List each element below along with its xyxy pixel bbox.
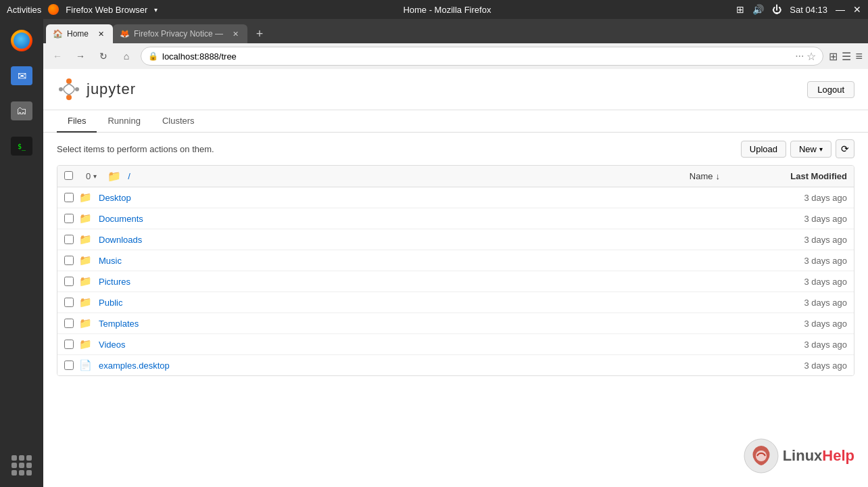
row-checkbox-documents[interactable] [64, 214, 74, 223]
row-checkbox-templates[interactable] [64, 319, 74, 328]
file-name-examples-desktop[interactable]: examples.desktop [99, 361, 733, 371]
svg-point-0 [66, 78, 72, 84]
file-modified-documents: 3 days ago [739, 214, 847, 224]
browser-chrome: 🏠 Home ✕ 🦊 Firefox Privacy Notice — ✕ + … [43, 19, 868, 69]
name-column-header[interactable]: Name ↓ [431, 171, 733, 181]
logout-button[interactable]: Logout [807, 81, 854, 98]
tab-privacy-close[interactable]: ✕ [230, 28, 241, 39]
file-name-documents[interactable]: Documents [99, 214, 733, 224]
minimize-icon[interactable]: — [836, 4, 845, 15]
file-modified-examples-desktop: 3 days ago [739, 361, 847, 371]
volume-icon[interactable]: 🔊 [752, 4, 764, 15]
name-sort-arrow: ↓ [716, 171, 721, 181]
folder-icon-templates: 📁 [79, 317, 92, 329]
file-name-templates[interactable]: Templates [99, 319, 733, 329]
sidebar-view-icon[interactable]: ⊞ [829, 50, 838, 63]
url-input[interactable] [162, 51, 791, 62]
file-count-control: 0 ▾ [86, 171, 97, 181]
row-checkbox-desktop[interactable] [64, 193, 74, 202]
linuxhelp-text: LinuxHelp [783, 447, 854, 465]
row-checkbox-pictures[interactable] [64, 277, 74, 286]
file-list-header: 0 ▾ 📁 / Name ↓ Last Modified [57, 166, 854, 187]
file-modified-downloads: 3 days ago [739, 235, 847, 245]
close-icon[interactable]: ✕ [853, 4, 861, 15]
bookmark-star-icon[interactable]: ☆ [806, 50, 816, 63]
new-dropdown-arrow: ▾ [819, 145, 823, 153]
new-button-label: New [799, 144, 817, 154]
power-icon[interactable]: ⏻ [772, 4, 781, 15]
file-name-videos[interactable]: Videos [99, 340, 733, 350]
reader-view-icon[interactable]: ☰ [842, 50, 851, 63]
sidebar-apps-icon[interactable] [7, 450, 37, 480]
file-modified-templates: 3 days ago [739, 319, 847, 329]
browser-content: jupyter Logout Files Running Clusters Se… [43, 69, 868, 487]
sidebar-firefox-icon[interactable] [7, 26, 37, 55]
refresh-button[interactable]: ⟳ [836, 139, 854, 158]
window-title: Home - Mozilla Firefox [403, 5, 491, 15]
row-checkbox-examples-desktop[interactable] [64, 361, 74, 370]
network-icon: ⊞ [736, 4, 744, 15]
reload-button[interactable]: ↻ [95, 47, 112, 65]
home-button[interactable]: ⌂ [118, 47, 135, 65]
row-checkbox-music[interactable] [64, 256, 74, 265]
file-modified-desktop: 3 days ago [739, 193, 847, 203]
forward-button[interactable]: → [72, 47, 89, 65]
tab-home-favicon: 🏠 [53, 29, 63, 39]
folder-icon-documents: 📁 [79, 212, 92, 225]
tab-running[interactable]: Running [97, 110, 151, 133]
back-button[interactable]: ← [49, 47, 66, 65]
row-checkbox-downloads[interactable] [64, 235, 74, 244]
tab-home-title: Home [67, 29, 89, 39]
row-checkbox-public[interactable] [64, 298, 74, 307]
sidebar-email-icon[interactable]: ✉ [7, 61, 37, 91]
svg-point-2 [59, 87, 63, 91]
file-modified-pictures: 3 days ago [739, 277, 847, 287]
jupyter-logo-icon [57, 77, 81, 101]
file-name-desktop[interactable]: Desktop [99, 193, 733, 203]
tab-home[interactable]: 🏠 Home ✕ [46, 24, 113, 43]
file-name-downloads[interactable]: Downloads [99, 235, 733, 245]
tab-files[interactable]: Files [57, 110, 97, 133]
current-path[interactable]: / [128, 171, 130, 181]
tab-home-close[interactable]: ✕ [95, 28, 106, 39]
file-row-desktop: 📁 Desktop 3 days ago [57, 187, 854, 208]
modified-column-header[interactable]: Last Modified [739, 171, 847, 181]
file-row-downloads: 📁 Downloads 3 days ago [57, 229, 854, 250]
tab-privacy-favicon: 🦊 [120, 29, 130, 39]
new-tab-button[interactable]: + [250, 24, 269, 43]
file-toolbar: Select items to perform actions on them.… [43, 133, 868, 165]
row-checkbox-videos[interactable] [64, 340, 74, 349]
file-modified-public: 3 days ago [739, 298, 847, 308]
os-sidebar: ✉ 🗂 $_ [0, 19, 43, 487]
upload-button[interactable]: Upload [741, 141, 786, 158]
file-name-public[interactable]: Public [99, 298, 733, 308]
tab-privacy[interactable]: 🦊 Firefox Privacy Notice — ✕ [113, 24, 247, 43]
lock-icon: 🔒 [148, 51, 158, 61]
sidebar-files-icon[interactable]: 🗂 [7, 96, 37, 126]
file-list: 0 ▾ 📁 / Name ↓ Last Modified [57, 165, 854, 376]
tab-clusters[interactable]: Clusters [151, 110, 206, 133]
activities-label[interactable]: Activities [7, 5, 41, 15]
folder-icon-music: 📁 [79, 254, 92, 266]
more-options-icon[interactable]: ··· [795, 50, 804, 62]
new-button[interactable]: New ▾ [790, 141, 831, 158]
url-bar[interactable]: 🔒 ··· ☆ [141, 47, 823, 66]
jupyter-logo: jupyter [57, 77, 136, 101]
folder-icon-videos: 📁 [79, 338, 92, 350]
name-col-label: Name [690, 171, 713, 181]
file-name-music[interactable]: Music [99, 256, 733, 266]
select-all-checkbox[interactable] [64, 171, 73, 180]
ff-icon [48, 4, 59, 15]
count-dropdown-arrow[interactable]: ▾ [93, 172, 97, 180]
file-row-videos: 📁 Videos 3 days ago [57, 334, 854, 355]
address-bar: ← → ↻ ⌂ 🔒 ··· ☆ ⊞ ☰ ≡ [43, 43, 868, 69]
file-icon-examples-desktop: 📄 [79, 359, 92, 371]
file-name-pictures[interactable]: Pictures [99, 277, 733, 287]
browser-name-label[interactable]: Firefox Web Browser [66, 5, 147, 15]
sidebar-terminal-icon[interactable]: $_ [7, 131, 37, 161]
browser-dropdown-arrow[interactable]: ▾ [154, 6, 158, 14]
folder-icon-pictures: 📁 [79, 275, 92, 287]
tab-privacy-title: Firefox Privacy Notice — [134, 29, 223, 39]
folder-icon-desktop: 📁 [79, 191, 92, 204]
menu-icon[interactable]: ≡ [855, 49, 863, 64]
